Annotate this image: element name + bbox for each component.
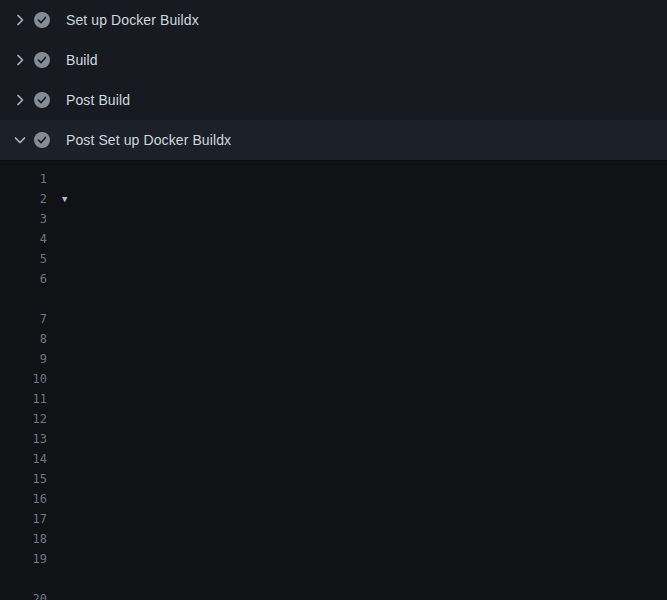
line-number[interactable]: 12 (16, 409, 47, 429)
step-row[interactable]: Build (0, 40, 667, 80)
line-number[interactable]: 15 (16, 469, 47, 489)
line-number[interactable]: 16 (16, 489, 47, 509)
chevron-right-icon (12, 92, 28, 108)
line-number[interactable]: 17 (16, 509, 47, 529)
line-number[interactable]: 4 (16, 229, 47, 249)
log-line: ▼ application/vnd.oci.image.index.v1+jso… (0, 569, 667, 589)
group-toggle-icon[interactable]: ▼ (62, 189, 67, 209)
step-row[interactable]: Set up Docker Buildx (0, 0, 667, 40)
line-number[interactable]: 13 (16, 429, 47, 449)
line-number[interactable]: 8 (16, 329, 47, 349)
log-line: ▼ linux/riscv64 linux/ppc64le linux/s390… (0, 289, 667, 309)
log-viewer: 1 ▼ Post job cleanup. 2 ▼ BuildKit conta… (0, 161, 667, 600)
check-circle-icon (34, 12, 50, 28)
step-label: Post Build (66, 90, 130, 110)
log-line: 20 ▼ time="2021-04-23T18:02:38Z" level=d… (0, 589, 667, 600)
line-number[interactable]: 6 (16, 269, 47, 289)
line-number[interactable]: 14 (16, 449, 47, 469)
log-line: 11 ▼ time="2021-04-23T18:02:38Z" level=d… (0, 389, 667, 409)
line-number[interactable]: 5 (16, 249, 47, 269)
log-line: 4 ▼ time="2021-04-23T18:02:37Z" level=in… (0, 229, 667, 249)
log-line: 7 ▼ time="2021-04-23T18:02:37Z" level=wa… (0, 309, 667, 329)
log-line: 18 ▼ time="2021-04-23T18:02:38Z" level=d… (0, 529, 667, 549)
log-line: 3 ▼ /usr/bin/docker logs buildx_buildkit… (0, 209, 667, 229)
log-line: 15 ▼ time="2021-04-23T18:02:38Z" level=d… (0, 469, 667, 489)
log-line: 9 ▼ time="2021-04-23T18:02:37Z" level=wa… (0, 349, 667, 369)
chevron-right-icon (12, 12, 28, 28)
log-line: 10 ▼ time="2021-04-23T18:02:37Z" level=i… (0, 369, 667, 389)
line-number[interactable]: 11 (16, 389, 47, 409)
steps-list: Set up Docker Buildx Build Post Build (0, 0, 667, 161)
step-label: Set up Docker Buildx (66, 10, 199, 30)
line-number[interactable]: 2 (16, 189, 47, 209)
log-line: 13 ▼ time="2021-04-23T18:02:38Z" level=d… (0, 429, 667, 449)
line-number[interactable]: 19 (16, 549, 47, 569)
check-circle-icon (34, 132, 50, 148)
line-number[interactable]: 3 (16, 209, 47, 229)
log-line: 8 ▼ time="2021-04-23T18:02:37Z" level=in… (0, 329, 667, 349)
line-number[interactable]: 20 (16, 589, 47, 600)
log-line: 16 ▼ time="2021-04-23T18:02:38Z" level=d… (0, 489, 667, 509)
log-line: 14 ▼ time="2021-04-23T18:02:38Z" level=d… (0, 449, 667, 469)
step-row[interactable]: Post Set up Docker Buildx (0, 120, 667, 161)
step-label: Build (66, 50, 98, 70)
chevron-down-icon (12, 132, 28, 148)
check-circle-icon (34, 92, 50, 108)
line-number[interactable]: 10 (16, 369, 47, 389)
line-number[interactable]: 7 (16, 309, 47, 329)
step-row[interactable]: Post Build (0, 80, 667, 120)
step-label: Post Set up Docker Buildx (66, 130, 231, 150)
log-line: 6 ▼ time="2021-04-23T18:02:37Z" level=in… (0, 269, 667, 289)
log-line: 19 ▼ time="2021-04-23T18:02:38Z" level=d… (0, 549, 667, 569)
log-line: 5 ▼ time="2021-04-23T18:02:37Z" level=wa… (0, 249, 667, 269)
log-line: 17 ▼ time="2021-04-23T18:02:38Z" level=d… (0, 509, 667, 529)
log-line: 12 ▼ time="2021-04-23T18:02:38Z" level=d… (0, 409, 667, 429)
log-line: 1 ▼ Post job cleanup. (0, 169, 667, 189)
line-number[interactable]: 18 (16, 529, 47, 549)
line-number[interactable]: 1 (16, 169, 47, 189)
log-line: 2 ▼ BuildKit container logs (0, 189, 667, 209)
line-number[interactable]: 9 (16, 349, 47, 369)
chevron-right-icon (12, 52, 28, 68)
check-circle-icon (34, 52, 50, 68)
